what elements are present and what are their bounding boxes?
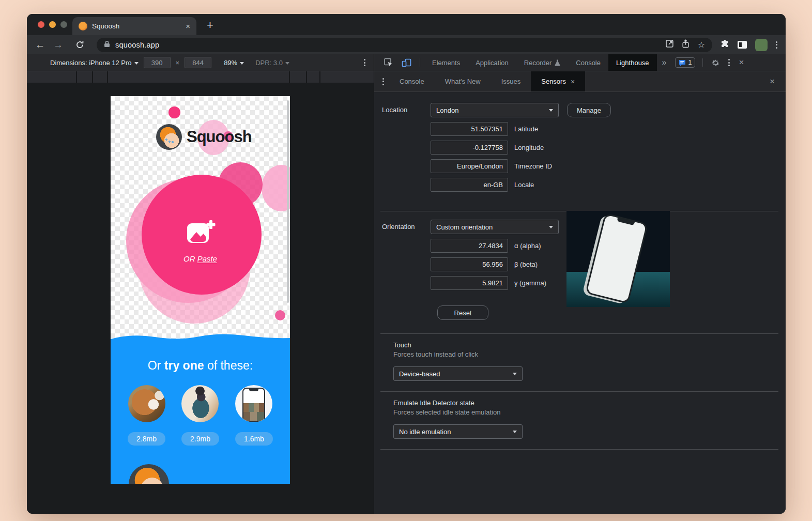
title-bar: Squoosh × + <box>27 14 786 35</box>
touch-title: Touch <box>393 341 786 349</box>
idle-select[interactable]: No idle emulation <box>393 424 523 439</box>
demo-image-screenshot[interactable]: 1.6mb <box>235 385 273 446</box>
device-type-select[interactable]: Dimensions: iPhone 12 Pro <box>50 59 139 67</box>
pink-right-blob <box>262 165 290 211</box>
drawer-close-icon[interactable]: × <box>765 76 779 87</box>
locale-input[interactable]: en-GB <box>431 178 508 192</box>
demo-image-panda[interactable]: 2.8mb <box>128 385 165 446</box>
tab-title: Squoosh <box>92 22 181 30</box>
tab-lighthouse[interactable]: Lighthouse <box>608 54 657 71</box>
more-tabs-icon[interactable]: » <box>657 58 672 67</box>
device-toolbar-menu-icon[interactable] <box>364 59 365 66</box>
profile-avatar[interactable] <box>755 39 768 51</box>
device-toolbar-toggle-icon[interactable] <box>397 58 416 67</box>
touch-select[interactable]: Device-based <box>393 366 523 381</box>
devtools-close-icon[interactable]: × <box>734 57 748 68</box>
manage-button[interactable]: Manage <box>567 103 611 117</box>
dpr-select[interactable]: DPR: 3.0 <box>255 59 289 67</box>
app-scrollbar[interactable] <box>287 100 289 303</box>
orientation-select[interactable]: Custom orientation <box>431 220 559 234</box>
size-badge: 1.6mb <box>235 432 273 446</box>
location-section: Location London Manage 51.507351Latitude… <box>374 92 786 192</box>
pink-dot-decoration <box>168 106 180 118</box>
drawer-menu-icon[interactable] <box>382 78 384 85</box>
media-query-ruler[interactable] <box>27 71 374 83</box>
bookmark-star-icon[interactable]: ☆ <box>698 40 705 50</box>
section-divider <box>380 449 778 450</box>
size-badge: 2.9mb <box>181 432 219 446</box>
settings-gear-icon[interactable] <box>707 58 724 67</box>
side-panel-icon[interactable] <box>738 41 747 49</box>
viewport-width-input[interactable]: 390 <box>144 57 171 68</box>
demo-image-artwork[interactable]: 2.9mb <box>181 385 219 446</box>
browser-window: Squoosh × + ← → squoosh.app ☆ <box>27 14 786 514</box>
squoosh-logo-text: Squoosh <box>187 128 252 146</box>
forward-icon[interactable]: → <box>53 40 63 50</box>
panda-thumbnail[interactable] <box>128 385 165 422</box>
idle-description: Forces selected idle state emulation <box>393 408 786 416</box>
zoom-window-button[interactable] <box>60 21 67 28</box>
screenshot-thumbnail[interactable] <box>235 385 272 422</box>
artwork-thumbnail[interactable] <box>181 385 219 422</box>
device-emulation-pane: Dimensions: iPhone 12 Pro 390 × 844 89% … <box>27 54 374 514</box>
wave-decoration <box>111 332 290 342</box>
squoosh-hand-logo-icon <box>156 124 182 150</box>
tab-recorder[interactable]: Recorder <box>516 54 568 71</box>
url-text: squoosh.app <box>115 41 159 49</box>
or-paste-text: OR Paste <box>111 254 290 263</box>
orientation-phone-preview[interactable] <box>566 211 670 307</box>
share-icon[interactable] <box>682 39 690 50</box>
longitude-input[interactable]: -0.127758 <box>431 141 508 155</box>
tab-console[interactable]: Console <box>568 54 608 71</box>
extensions-puzzle-icon[interactable] <box>721 39 729 50</box>
tab-close-icon[interactable]: × <box>186 22 190 30</box>
drawer-tab-issues[interactable]: Issues <box>491 71 531 91</box>
paste-link[interactable]: Paste <box>197 254 217 263</box>
idle-title: Emulate Idle Detector state <box>393 399 786 407</box>
browser-tab[interactable]: Squoosh × <box>72 17 196 35</box>
issues-counter[interactable]: 1 <box>675 57 696 68</box>
address-bar[interactable]: squoosh.app ☆ <box>97 38 712 52</box>
close-window-button[interactable] <box>38 21 44 28</box>
zoom-select[interactable]: 89% <box>224 59 244 67</box>
device-stage: Squoosh <box>27 83 374 514</box>
devtools-pane: Elements Application Recorder Console Li… <box>374 54 786 514</box>
alpha-input[interactable]: 27.4834 <box>431 239 508 253</box>
drawer-tab-sensors[interactable]: Sensors × <box>531 71 585 91</box>
squoosh-favicon-icon <box>79 22 87 30</box>
reset-button[interactable]: Reset <box>437 305 488 320</box>
viewport-height-input[interactable]: 844 <box>185 57 211 68</box>
beta-input[interactable]: 56.956 <box>431 257 508 271</box>
drawer-tab-whats-new[interactable]: What's New <box>435 71 491 91</box>
gamma-input[interactable]: 5.9821 <box>431 276 508 290</box>
experiment-flask-icon <box>555 59 560 66</box>
new-tab-button[interactable]: + <box>207 19 213 35</box>
back-icon[interactable]: ← <box>35 40 45 50</box>
devtools-menu-icon[interactable] <box>724 59 734 66</box>
sensors-panel: Location London Manage 51.507351Latitude… <box>374 92 786 514</box>
orientation-section: Orientation Custom orientation 27.4834α … <box>374 211 786 333</box>
add-image-icon[interactable] <box>186 238 216 247</box>
orientation-label: Orientation <box>382 220 431 333</box>
inspect-element-icon[interactable] <box>379 58 397 67</box>
tab-elements[interactable]: Elements <box>424 54 468 71</box>
size-badge: 2.8mb <box>128 432 165 446</box>
window-controls <box>38 21 67 28</box>
latitude-input[interactable]: 51.507351 <box>431 122 508 136</box>
drawer-tab-console[interactable]: Console <box>389 71 435 91</box>
location-label: Location <box>382 103 431 192</box>
drawer-tab-bar: Console What's New Issues Sensors × × <box>374 71 786 92</box>
image-drop-zone[interactable]: OR Paste <box>111 219 290 263</box>
open-in-new-icon[interactable] <box>666 40 673 50</box>
pink-small-dot <box>275 310 285 320</box>
minimize-window-button[interactable] <box>49 21 56 28</box>
sensors-tab-close-icon[interactable]: × <box>571 78 575 86</box>
touch-section: Touch Forces touch instead of click Devi… <box>374 334 786 391</box>
tab-application[interactable]: Application <box>468 54 516 71</box>
reload-icon[interactable] <box>71 40 88 49</box>
location-select[interactable]: London <box>431 103 559 117</box>
browser-menu-icon[interactable] <box>776 41 777 49</box>
timezone-input[interactable]: Europe/London <box>431 159 508 173</box>
devtools-tab-bar: Elements Application Recorder Console Li… <box>374 54 786 71</box>
device-toolbar: Dimensions: iPhone 12 Pro 390 × 844 89% … <box>27 54 374 71</box>
